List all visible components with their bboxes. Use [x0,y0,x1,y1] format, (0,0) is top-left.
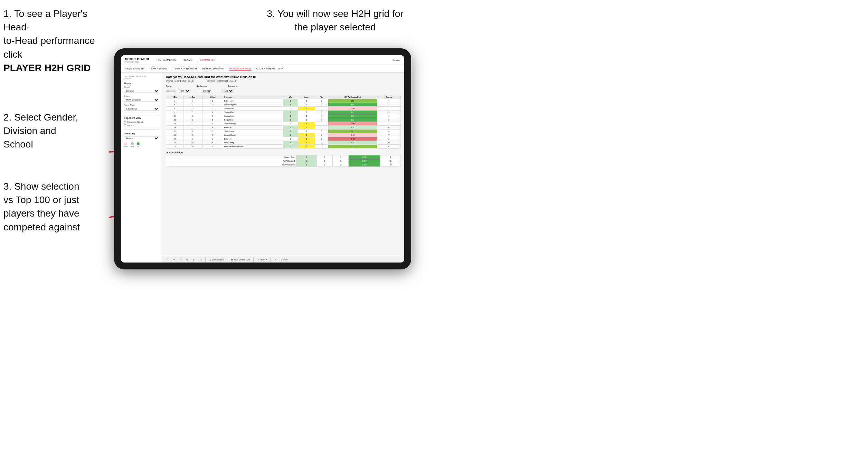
toolbar-divider2 [227,258,227,262]
col-tie: Tie [315,95,328,99]
cell-div: 3 [166,99,183,103]
col-rounds: Rounds [377,95,401,99]
cell-rounds: 6 [377,145,401,149]
sub-nav-team-h2h-heatmap[interactable]: TEAM H2H HEATMAP [173,67,197,71]
cell-diff: 0.30 [328,141,377,145]
out-cell-loss: 0 [317,159,332,163]
cell-diff: 3.67 [328,111,377,114]
cell-rounds: 2 [377,122,401,126]
cell-win: 2 [283,114,298,118]
cell-opponent: Andrea York [223,114,283,118]
cell-rounds: 4 [377,114,401,118]
col-conf: # Conf [202,95,223,99]
cell-loss: 1 [298,107,315,111]
cell-opponent: Eunice Yi [223,126,283,130]
nav-tournaments[interactable]: TOURNAMENTS [155,58,177,62]
cell-win: 1 [283,133,298,137]
cell-conf: 3 [202,107,223,111]
cell-reg: 11 [183,145,202,149]
instruction-top-left: 1. To see a Player's Head- to-Head perfo… [3,7,114,75]
out-cell-rounds: 30 [380,159,400,163]
cell-win: 1 [283,99,298,103]
radio-dot-opponents [124,121,126,123]
out-of-division-title: Out of division [166,151,401,154]
cell-rounds: 4 [377,130,401,133]
table-row: 11 2 5 Heejo Hyun 1 0 0 3.33 3 [166,118,401,122]
save-custom-btn[interactable]: 💾 Save Custom View [229,258,251,261]
app-logo-sub: Powered by clippd [125,61,149,63]
opponents-filter[interactable]: (All) [179,89,190,93]
cell-conf: 5 [202,130,223,133]
cell-tie: 0 [315,145,328,149]
cell-diff: 0.38 [328,126,377,130]
conference-filter[interactable]: (All) [201,89,212,93]
toolbar-divider1 [205,258,206,262]
colour-by-select[interactable]: Win/loss [124,136,159,140]
region-label: Region [166,85,172,87]
cell-reg: 3 [183,107,202,111]
table-row: 6 3 3 Sydney Kuo 0 1 0 -1.00 [166,107,401,111]
cell-reg: 10 [183,141,202,145]
cell-reg: 1 [183,122,202,126]
sign-out[interactable]: Sign out [393,59,400,61]
cell-rounds: 4 [377,99,401,103]
sidebar-timestamp: Last Updated: 27/03/2024 16:55:38 [124,75,159,79]
col-loss: Loss [298,95,315,99]
view-original-btn[interactable]: 📊 View: Original [208,258,225,261]
sub-nav-player-summary[interactable]: PLAYER SUMMARY [202,67,225,71]
refresh-btn[interactable]: ↻ [191,258,196,261]
cell-opponent: Emily Chang [223,141,283,145]
opp-filter[interactable]: (All) [223,89,234,93]
cell-opponent: Sydney Kuo [223,107,283,111]
cell-opponent: Sharon Mun [223,111,283,114]
out-cell-diff: 9.267 [348,159,380,163]
cell-reg: 1 [183,111,202,114]
legend-dot-up [137,142,140,145]
conference-label: Conference [197,85,207,87]
gender-select[interactable]: Women's Men's [124,89,159,93]
out-cell-team: Foreign Team [166,155,296,159]
radio-opponents-played[interactable]: Opponents Played [124,121,159,123]
sub-nav-player-h2h-grid[interactable]: PLAYER H2H GRID [229,67,251,71]
export-btn[interactable]: ↗ [273,258,277,261]
cell-reg: 2 [183,103,202,107]
out-table-row: NCAA Division 2 5 0 0 7.400 10 [166,163,401,167]
out-cell-loss: 0 [317,163,332,167]
nav-teams[interactable]: TEAMS [182,58,194,62]
toolbar-divider4 [270,258,271,262]
cell-opponent: Stella Cheng [223,130,283,133]
cell-diff: 3.33 [328,118,377,122]
forward-btn[interactable]: ⚙ [185,258,189,261]
cell-rounds: 7 [377,133,401,137]
toolbar-divider3 [253,258,254,262]
back-btn[interactable]: ↩ [178,258,183,261]
cell-conf: 4 [202,111,223,114]
out-cell-team: NAIA Division 1 [166,159,296,163]
out-cell-win: 15 [296,159,317,163]
share-btn[interactable]: ⇧ Share [279,258,289,261]
cell-win: 1 [283,111,298,114]
out-cell-diff: 7.400 [348,163,380,167]
player-rank-select[interactable]: 8. Katelyn Vo [124,107,159,111]
division-select[interactable]: NCAA Division III NCAA Division I NCAA D… [124,98,159,102]
cell-loss: 2 [298,137,315,141]
col-opponent: Opponent [223,95,283,99]
sidebar: Last Updated: 27/03/2024 16:55:38 Player… [121,73,162,263]
app-logo: SCOREBOARD [125,57,149,61]
undo-btn[interactable]: ↩ [165,258,170,261]
legend-label-level: Level [131,146,134,147]
sub-nav-team-summary[interactable]: TEAM SUMMARY [125,67,145,71]
cell-tie: 0 [315,111,328,114]
nav-committee[interactable]: COMMITTEE [199,58,217,62]
cell-rounds: 9 [377,126,401,130]
redo-btn[interactable]: ↪ [172,258,176,261]
cell-div: 5 [166,103,183,107]
cell-conf: 1 [202,99,223,103]
sub-nav-team-h2h-grid[interactable]: TEAM H2H GRID [150,67,169,71]
colour-by-title: Colour by [124,132,159,135]
clock-btn[interactable]: 🕐 [198,258,203,261]
legend-dot-down [124,142,127,145]
sub-nav-player-h2h-heatmap[interactable]: PLAYER H2H HEATMAP [256,67,283,71]
radio-top-100[interactable]: Top 100 [124,124,159,126]
watch-btn[interactable]: 👁 Watch ▾ [256,258,268,261]
